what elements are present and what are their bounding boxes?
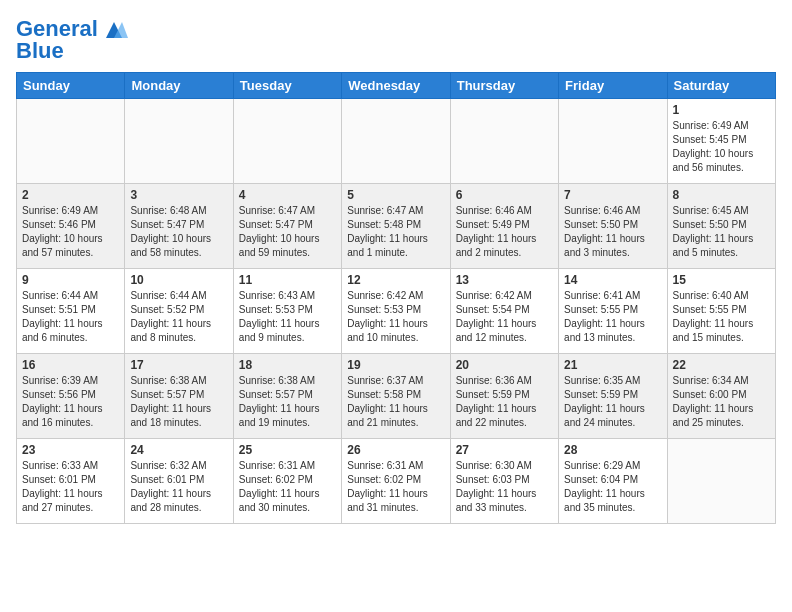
calendar-cell: 10Sunrise: 6:44 AM Sunset: 5:52 PM Dayli… [125,269,233,354]
calendar-cell [450,99,558,184]
calendar-cell [125,99,233,184]
weekday-header-wednesday: Wednesday [342,73,450,99]
day-number: 6 [456,188,553,202]
day-info: Sunrise: 6:49 AM Sunset: 5:46 PM Dayligh… [22,204,119,260]
day-number: 15 [673,273,770,287]
day-number: 5 [347,188,444,202]
calendar-cell [667,439,775,524]
day-info: Sunrise: 6:39 AM Sunset: 5:56 PM Dayligh… [22,374,119,430]
day-number: 20 [456,358,553,372]
day-number: 8 [673,188,770,202]
weekday-header-tuesday: Tuesday [233,73,341,99]
calendar-cell: 5Sunrise: 6:47 AM Sunset: 5:48 PM Daylig… [342,184,450,269]
weekday-header-saturday: Saturday [667,73,775,99]
calendar-cell: 17Sunrise: 6:38 AM Sunset: 5:57 PM Dayli… [125,354,233,439]
calendar-cell: 27Sunrise: 6:30 AM Sunset: 6:03 PM Dayli… [450,439,558,524]
calendar-cell [17,99,125,184]
page-header: General Blue [16,16,776,64]
day-info: Sunrise: 6:40 AM Sunset: 5:55 PM Dayligh… [673,289,770,345]
day-number: 18 [239,358,336,372]
calendar-cell: 28Sunrise: 6:29 AM Sunset: 6:04 PM Dayli… [559,439,667,524]
calendar-cell: 21Sunrise: 6:35 AM Sunset: 5:59 PM Dayli… [559,354,667,439]
calendar-cell: 6Sunrise: 6:46 AM Sunset: 5:49 PM Daylig… [450,184,558,269]
calendar-cell: 4Sunrise: 6:47 AM Sunset: 5:47 PM Daylig… [233,184,341,269]
day-number: 23 [22,443,119,457]
day-number: 17 [130,358,227,372]
day-info: Sunrise: 6:29 AM Sunset: 6:04 PM Dayligh… [564,459,661,515]
calendar-cell: 16Sunrise: 6:39 AM Sunset: 5:56 PM Dayli… [17,354,125,439]
day-number: 2 [22,188,119,202]
calendar-table: SundayMondayTuesdayWednesdayThursdayFrid… [16,72,776,524]
day-info: Sunrise: 6:42 AM Sunset: 5:54 PM Dayligh… [456,289,553,345]
day-number: 14 [564,273,661,287]
day-number: 19 [347,358,444,372]
day-info: Sunrise: 6:45 AM Sunset: 5:50 PM Dayligh… [673,204,770,260]
day-number: 11 [239,273,336,287]
day-number: 9 [22,273,119,287]
day-info: Sunrise: 6:43 AM Sunset: 5:53 PM Dayligh… [239,289,336,345]
logo: General Blue [16,16,128,64]
day-number: 24 [130,443,227,457]
calendar-week-5: 23Sunrise: 6:33 AM Sunset: 6:01 PM Dayli… [17,439,776,524]
calendar-week-4: 16Sunrise: 6:39 AM Sunset: 5:56 PM Dayli… [17,354,776,439]
day-info: Sunrise: 6:36 AM Sunset: 5:59 PM Dayligh… [456,374,553,430]
day-info: Sunrise: 6:47 AM Sunset: 5:47 PM Dayligh… [239,204,336,260]
day-info: Sunrise: 6:48 AM Sunset: 5:47 PM Dayligh… [130,204,227,260]
day-info: Sunrise: 6:32 AM Sunset: 6:01 PM Dayligh… [130,459,227,515]
calendar-cell: 3Sunrise: 6:48 AM Sunset: 5:47 PM Daylig… [125,184,233,269]
day-number: 22 [673,358,770,372]
calendar-cell: 25Sunrise: 6:31 AM Sunset: 6:02 PM Dayli… [233,439,341,524]
day-info: Sunrise: 6:49 AM Sunset: 5:45 PM Dayligh… [673,119,770,175]
calendar-cell: 14Sunrise: 6:41 AM Sunset: 5:55 PM Dayli… [559,269,667,354]
day-number: 28 [564,443,661,457]
logo-icon [106,20,128,40]
day-info: Sunrise: 6:44 AM Sunset: 5:52 PM Dayligh… [130,289,227,345]
calendar-week-1: 1Sunrise: 6:49 AM Sunset: 5:45 PM Daylig… [17,99,776,184]
weekday-header-monday: Monday [125,73,233,99]
day-info: Sunrise: 6:38 AM Sunset: 5:57 PM Dayligh… [239,374,336,430]
calendar-cell [233,99,341,184]
calendar-cell: 12Sunrise: 6:42 AM Sunset: 5:53 PM Dayli… [342,269,450,354]
weekday-header-thursday: Thursday [450,73,558,99]
day-number: 1 [673,103,770,117]
day-number: 21 [564,358,661,372]
day-info: Sunrise: 6:31 AM Sunset: 6:02 PM Dayligh… [347,459,444,515]
weekday-header-row: SundayMondayTuesdayWednesdayThursdayFrid… [17,73,776,99]
day-info: Sunrise: 6:46 AM Sunset: 5:50 PM Dayligh… [564,204,661,260]
calendar-cell: 26Sunrise: 6:31 AM Sunset: 6:02 PM Dayli… [342,439,450,524]
day-info: Sunrise: 6:34 AM Sunset: 6:00 PM Dayligh… [673,374,770,430]
calendar-cell [342,99,450,184]
day-info: Sunrise: 6:42 AM Sunset: 5:53 PM Dayligh… [347,289,444,345]
day-number: 4 [239,188,336,202]
day-info: Sunrise: 6:41 AM Sunset: 5:55 PM Dayligh… [564,289,661,345]
calendar-cell: 24Sunrise: 6:32 AM Sunset: 6:01 PM Dayli… [125,439,233,524]
day-info: Sunrise: 6:44 AM Sunset: 5:51 PM Dayligh… [22,289,119,345]
day-number: 3 [130,188,227,202]
calendar-cell [559,99,667,184]
day-info: Sunrise: 6:46 AM Sunset: 5:49 PM Dayligh… [456,204,553,260]
day-number: 10 [130,273,227,287]
calendar-cell: 15Sunrise: 6:40 AM Sunset: 5:55 PM Dayli… [667,269,775,354]
calendar-cell: 18Sunrise: 6:38 AM Sunset: 5:57 PM Dayli… [233,354,341,439]
day-info: Sunrise: 6:47 AM Sunset: 5:48 PM Dayligh… [347,204,444,260]
calendar-cell: 11Sunrise: 6:43 AM Sunset: 5:53 PM Dayli… [233,269,341,354]
day-info: Sunrise: 6:31 AM Sunset: 6:02 PM Dayligh… [239,459,336,515]
weekday-header-sunday: Sunday [17,73,125,99]
calendar-cell: 8Sunrise: 6:45 AM Sunset: 5:50 PM Daylig… [667,184,775,269]
calendar-cell: 2Sunrise: 6:49 AM Sunset: 5:46 PM Daylig… [17,184,125,269]
calendar-cell: 7Sunrise: 6:46 AM Sunset: 5:50 PM Daylig… [559,184,667,269]
calendar-cell: 13Sunrise: 6:42 AM Sunset: 5:54 PM Dayli… [450,269,558,354]
day-number: 16 [22,358,119,372]
calendar-week-2: 2Sunrise: 6:49 AM Sunset: 5:46 PM Daylig… [17,184,776,269]
day-info: Sunrise: 6:38 AM Sunset: 5:57 PM Dayligh… [130,374,227,430]
calendar-cell: 20Sunrise: 6:36 AM Sunset: 5:59 PM Dayli… [450,354,558,439]
calendar-cell: 19Sunrise: 6:37 AM Sunset: 5:58 PM Dayli… [342,354,450,439]
day-info: Sunrise: 6:33 AM Sunset: 6:01 PM Dayligh… [22,459,119,515]
day-info: Sunrise: 6:35 AM Sunset: 5:59 PM Dayligh… [564,374,661,430]
day-number: 27 [456,443,553,457]
day-number: 13 [456,273,553,287]
day-info: Sunrise: 6:37 AM Sunset: 5:58 PM Dayligh… [347,374,444,430]
calendar-cell: 1Sunrise: 6:49 AM Sunset: 5:45 PM Daylig… [667,99,775,184]
weekday-header-friday: Friday [559,73,667,99]
calendar-week-3: 9Sunrise: 6:44 AM Sunset: 5:51 PM Daylig… [17,269,776,354]
